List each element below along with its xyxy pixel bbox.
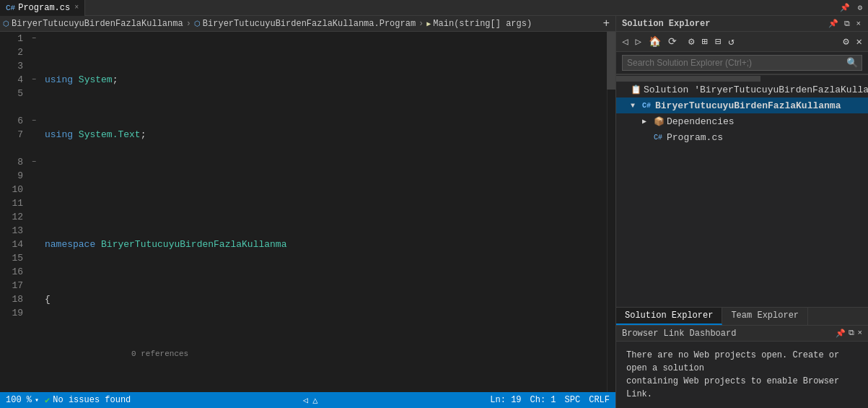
breadcrumb-label-3: Main(string[] args) — [433, 19, 532, 29]
browser-link-icons: 📌 ⧉ × — [836, 329, 862, 338]
nav-icon-2: △ — [312, 395, 317, 406]
se-properties-btn[interactable]: ⚙ — [840, 34, 851, 49]
breadcrumb-item-2[interactable]: ⬡ BiryerTutucuyuBirdenFazlaKullanma.Prog… — [194, 19, 416, 29]
se-tab-team-explorer[interactable]: Team Explorer — [722, 308, 808, 325]
search-icon: 🔍 — [846, 57, 858, 69]
line-ending-indicator: CRLF — [589, 395, 610, 405]
float-icon[interactable]: ⧉ — [843, 19, 851, 28]
se-filter-btn[interactable]: ⊞ — [698, 34, 710, 49]
breadcrumb: ⬡ BiryerTutucuyuBirdenFazlaKullanma › ⬡ … — [0, 16, 615, 32]
fold-1[interactable]: − — [29, 32, 39, 45]
ch-indicator: Ch: 1 — [530, 395, 556, 405]
project-label: BiryerTutucuyuBirdenFazlaKullanma — [655, 100, 841, 111]
programcs-label: Program.cs — [667, 132, 723, 143]
code-line-2: using System.Text; — [45, 128, 607, 142]
se-forward-btn[interactable]: ▷ — [632, 34, 644, 49]
programcs-icon: C# — [654, 134, 667, 142]
line-numbers: 1 2 3 4 5 6 7 8 9 10 11 12 13 14 15 16 1… — [0, 32, 29, 392]
breadcrumb-item-1[interactable]: ⬡ BiryerTutucuyuBirdenFazlaKullanma — [3, 19, 183, 29]
fold-4[interactable]: − — [29, 73, 39, 87]
bl-close-icon[interactable]: × — [857, 329, 862, 338]
solution-icon: 📋 — [631, 84, 644, 95]
browser-link-text: There are no Web projects open. Create o… — [626, 350, 839, 399]
code-line-3 — [45, 183, 607, 196]
pin-icon[interactable]: 📌 — [837, 3, 853, 12]
tree-item-solution[interactable]: 📋 Solution 'BiryerTutucuyuBirdenFazlaKul… — [616, 82, 868, 97]
se-scrollbar-h[interactable] — [616, 74, 868, 82]
se-back-btn[interactable]: ◁ — [619, 34, 631, 49]
browser-link-title-text: Browser Link Dashboard — [622, 329, 736, 339]
encoding-indicator: SPC — [565, 395, 581, 405]
issues-text: No issues found — [53, 395, 131, 405]
issues-indicator[interactable]: ✔ No issues found — [45, 395, 131, 406]
se-tree[interactable]: 📋 Solution 'BiryerTutucuyuBirdenFazlaKul… — [616, 82, 868, 307]
status-right: Ln: 19 Ch: 1 SPC CRLF — [490, 395, 610, 405]
dependencies-icon: 📦 — [654, 116, 667, 127]
status-bar: 100 % ▾ ✔ No issues found ◁ △ Ln: 19 Ch:… — [0, 392, 615, 408]
close-panel-icon[interactable]: × — [854, 19, 862, 28]
code-content[interactable]: using System; using System.Text; namespa… — [39, 32, 607, 392]
line-col: Ln: 19 — [490, 395, 521, 405]
breadcrumb-cs-icon-1: ⬡ — [3, 19, 9, 28]
ref-hint-class: 0 references — [45, 347, 607, 361]
fold-6[interactable]: − — [29, 114, 39, 128]
nav-icon-1: ◁ — [303, 395, 308, 406]
tree-item-programcs[interactable]: C# Program.cs — [616, 129, 868, 145]
se-scrollbar-h-thumb[interactable] — [616, 76, 760, 82]
code-line-1: using System; — [45, 73, 607, 87]
code-editor[interactable]: 1 2 3 4 5 6 7 8 9 10 11 12 13 14 15 16 1… — [0, 32, 615, 392]
panel-title-icons: 📌 ⧉ × — [827, 19, 862, 28]
breadcrumb-sep-2: › — [418, 19, 424, 29]
fold-markers: − − − − — [29, 32, 39, 392]
breadcrumb-sep-1: › — [186, 19, 191, 29]
zoom-level: 100 % — [6, 395, 32, 405]
pin-window-icon[interactable]: 📌 — [827, 19, 840, 28]
checkmark-icon: ✔ — [45, 395, 50, 406]
solution-explorer-title: Solution Explorer 📌 ⧉ × — [616, 16, 868, 32]
status-left: 100 % ▾ ✔ No issues found — [6, 395, 131, 406]
se-toolbar: ◁ ▷ 🏠 ⟳ ⚙ ⊞ ⊟ ↺ ⚙ ✕ — [616, 32, 868, 52]
dependencies-arrow: ▶ — [642, 117, 654, 126]
solution-label: Solution 'BiryerTutucuyuBirdenFazlaKulla… — [644, 84, 868, 95]
zoom-control[interactable]: 100 % ▾ — [6, 395, 39, 405]
tree-item-dependencies[interactable]: ▶ 📦 Dependencies — [616, 113, 868, 129]
se-home-btn[interactable]: 🏠 — [646, 34, 664, 49]
dependencies-label: Dependencies — [667, 116, 735, 127]
zoom-arrow-icon: ▾ — [35, 396, 39, 404]
browser-link-title: Browser Link Dashboard 📌 ⧉ × — [616, 326, 868, 342]
tab-label: Program.cs — [18, 3, 70, 13]
breadcrumb-item-3[interactable]: ▶ Main(string[] args) — [426, 19, 532, 29]
se-refresh-btn[interactable]: ↺ — [725, 34, 737, 49]
solution-explorer-panel: Solution Explorer 📌 ⧉ × ◁ ▷ 🏠 ⟳ ⚙ ⊞ ⊟ ↺ … — [615, 16, 868, 408]
code-line-5: { — [45, 292, 607, 306]
se-close-btn[interactable]: ✕ — [854, 34, 865, 49]
code-line-4: namespace BiryerTutucuyuBirdenFazlaKulla… — [45, 238, 607, 251]
tree-item-project[interactable]: ▼ C# BiryerTutucuyuBirdenFazlaKullanma — [616, 97, 868, 113]
settings-icon[interactable]: ⚙ — [854, 3, 865, 12]
se-sync-btn[interactable]: ⟳ — [665, 34, 680, 49]
browser-link-panel: Browser Link Dashboard 📌 ⧉ × There are n… — [616, 325, 868, 408]
se-search-input[interactable] — [622, 55, 862, 71]
breadcrumb-add-button[interactable]: + — [600, 17, 613, 30]
breadcrumb-method-icon: ▶ — [426, 19, 431, 28]
editor-area: ⬡ BiryerTutucuyuBirdenFazlaKullanma › ⬡ … — [0, 16, 615, 408]
solution-explorer-title-text: Solution Explorer — [622, 19, 710, 29]
breadcrumb-label-1: BiryerTutucuyuBirdenFazlaKullanma — [12, 19, 183, 29]
se-collapse-btn[interactable]: ⊟ — [712, 34, 724, 49]
vertical-scrollbar[interactable] — [607, 32, 615, 392]
bl-float-icon[interactable]: ⧉ — [849, 329, 854, 338]
status-center: ◁ △ — [139, 395, 481, 406]
main-layout: ⬡ BiryerTutucuyuBirdenFazlaKullanma › ⬡ … — [0, 16, 868, 408]
bl-pin-icon[interactable]: 📌 — [836, 329, 846, 338]
se-settings-btn[interactable]: ⚙ — [685, 34, 697, 49]
tab-cs-icon: C# — [6, 4, 15, 12]
fold-8[interactable]: − — [29, 155, 39, 169]
project-icon: C# — [642, 102, 655, 110]
tab-close-button[interactable]: × — [74, 4, 79, 12]
scrollbar-thumb[interactable] — [607, 32, 615, 90]
se-search-area[interactable]: 🔍 — [616, 52, 868, 74]
title-bar-controls: 📌 ⚙ — [837, 3, 868, 12]
project-arrow: ▼ — [631, 102, 642, 110]
active-tab[interactable]: C# Program.cs × — [0, 0, 85, 16]
se-tab-solution-explorer[interactable]: Solution Explorer — [616, 308, 722, 325]
